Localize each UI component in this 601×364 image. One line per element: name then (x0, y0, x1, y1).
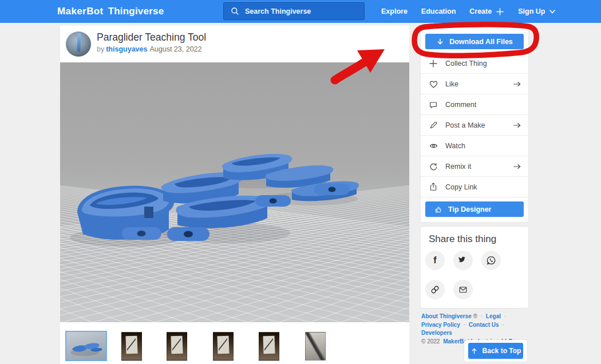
nav-link-create[interactable]: Create (469, 7, 504, 16)
share-title: Share this thing (429, 234, 496, 245)
thumbs-up-icon (434, 205, 443, 213)
search-input[interactable]: Search Thingiverse (223, 2, 365, 20)
thumbnail-strip (60, 322, 409, 364)
back-to-top-button[interactable]: Back to Top (468, 343, 523, 359)
comment-row[interactable]: Comment (421, 94, 528, 115)
thumbnail-photo-5[interactable] (305, 332, 326, 361)
thing-header: Paraglider Teaching Tool bythisguyavesAu… (60, 26, 409, 62)
actions-card: Download All Files Collect Thing Like Co… (421, 27, 528, 222)
nav-links: Explore Education Create Sign Up (381, 0, 556, 23)
action-rows: Collect Thing Like Comment Post a Make (421, 53, 528, 197)
speech-bubble-icon (428, 100, 439, 109)
heart-icon (428, 80, 439, 89)
nav-link-signup[interactable]: Sign Up (518, 7, 556, 15)
pen-icon (428, 120, 439, 130)
watch-row[interactable]: Watch (421, 136, 528, 156)
legal-link[interactable]: Legal (486, 313, 501, 319)
brand-logo[interactable]: MakerBot Thingiverse (57, 0, 164, 23)
footer-line-1: About Thingiverse ® · Legal · (421, 312, 531, 321)
avatar[interactable] (66, 31, 91, 57)
author-link[interactable]: thisguyaves (106, 45, 147, 53)
like-row[interactable]: Like (421, 74, 528, 94)
top-nav: MakerBot Thingiverse Search Thingiverse … (0, 0, 601, 23)
makerbot-wordmark: MakerBot (57, 6, 104, 17)
facebook-icon[interactable]: f (425, 251, 445, 270)
thumbnail-selected[interactable] (65, 331, 107, 361)
whatsapp-icon[interactable] (481, 251, 501, 270)
contact-us-link[interactable]: Contact Us (469, 322, 499, 328)
main-image[interactable] (60, 62, 409, 322)
publish-date: August 23, 2022 (149, 45, 201, 53)
twitter-icon[interactable] (453, 251, 473, 270)
plus-icon (428, 59, 439, 68)
copyright-text: © 2022 (421, 338, 440, 345)
developers-link[interactable]: Developers (421, 330, 452, 336)
post-a-make-row[interactable]: Post a Make (421, 115, 528, 136)
model-render (60, 62, 409, 322)
collect-thing-row[interactable]: Collect Thing (421, 53, 528, 74)
thumbnail-photo-3[interactable] (213, 332, 234, 361)
thumbnail-photo-2[interactable] (167, 332, 187, 361)
thingiverse-wordmark: Thingiverse (108, 6, 164, 17)
page-title: Paraglider Teaching Tool (97, 31, 206, 43)
nav-link-education[interactable]: Education (421, 7, 456, 15)
search-placeholder: Search Thingiverse (245, 7, 311, 15)
search-icon (231, 7, 239, 15)
share-icon (428, 182, 439, 192)
thumbnail-photo-4[interactable] (259, 332, 279, 361)
eye-icon (428, 141, 439, 151)
email-icon[interactable] (453, 280, 473, 299)
remix-it-row[interactable]: Remix it (421, 156, 528, 177)
arrow-right-icon (512, 162, 521, 171)
nav-link-explore[interactable]: Explore (381, 7, 408, 15)
chevron-down-icon (549, 9, 556, 14)
download-all-files-button[interactable]: Download All Files (425, 34, 524, 49)
copy-link-row[interactable]: Copy Link (421, 177, 528, 197)
plus-icon (496, 7, 504, 16)
about-thingiverse-link[interactable]: About Thingiverse (421, 313, 472, 319)
download-icon (436, 38, 444, 46)
link-icon[interactable] (425, 280, 445, 299)
privacy-policy-link[interactable]: Privacy Policy (421, 322, 460, 328)
tip-designer-button[interactable]: Tip Designer (425, 201, 524, 217)
arrow-right-icon (512, 80, 521, 89)
byline: bythisguyavesAugust 23, 2022 (97, 45, 202, 53)
back-to-top-container: Back to Top (464, 340, 527, 362)
share-card: Share this thing f (421, 227, 528, 308)
footer-line-2: Privacy Policy · Contact Us · Developers (421, 321, 531, 338)
thumbnail-photo-1[interactable] (121, 332, 142, 361)
arrow-right-icon (512, 121, 521, 130)
up-arrow-icon (470, 347, 478, 355)
remix-icon (428, 162, 439, 171)
